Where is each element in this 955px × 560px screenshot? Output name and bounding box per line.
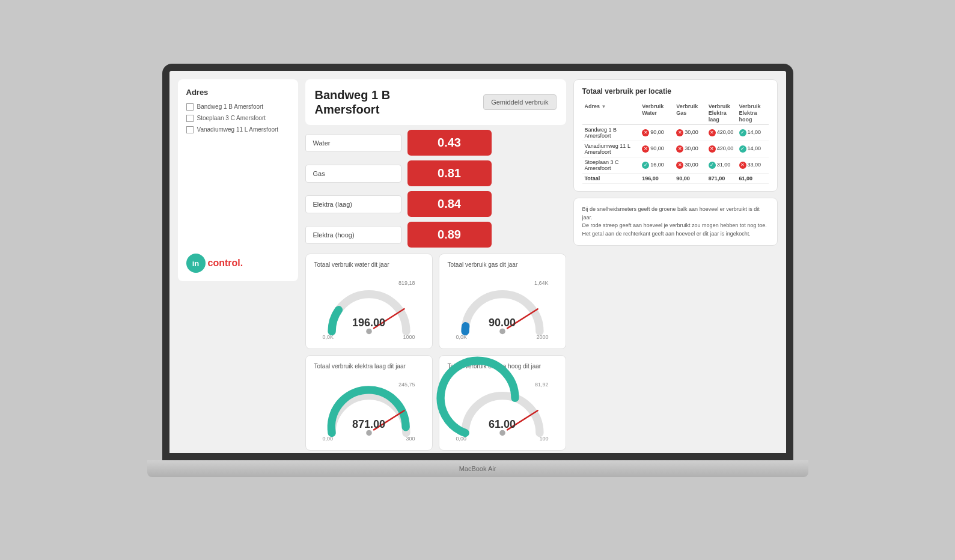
info-text: Bij de snelheidsmeters geeft de groene b…	[582, 205, 769, 238]
table-row: Bandweg 1 B Amersfoort ✕90,00 ✕30,00 ✕42…	[582, 125, 769, 141]
address-item[interactable]: Stoeplaan 3 C Amersfoort	[186, 114, 290, 122]
gauge-min-1: 0,0K	[456, 334, 468, 340]
svg-point-5	[366, 430, 372, 436]
location-header: Bandweg 1 BAmersfoort Gemiddeld verbruik	[305, 79, 566, 125]
address-label: Vanadiumweg 11 L Amersfoort	[197, 126, 279, 133]
table-row: Vanadiumweg 11 L Amersfoort ✕90,00 ✕30,0…	[582, 141, 769, 157]
metric-row: Elektra (laag) 0.84	[305, 191, 566, 217]
svg-point-3	[499, 329, 505, 335]
laptop-wrapper: Adres Bandweg 1 B Amersfoort Stoeplaan 3…	[147, 64, 808, 496]
table-totals-row: Totaal 196,00 90,00 871,00 61,00	[582, 174, 769, 184]
cell-water: ✕90,00	[639, 141, 674, 157]
gauge-title-2: Totaal verbruik elektra laag dit jaar	[314, 363, 424, 370]
address-checkbox[interactable]	[186, 115, 194, 122]
totals-gas: 90,00	[674, 174, 706, 184]
gauges-grid: Totaal verbruik water dit jaar 196.00 0,…	[305, 254, 566, 451]
gauge-card-1: Totaal verbruik gas dit jaar 90.00 0,0K …	[439, 254, 566, 349]
gauge-title-1: Totaal verbruik gas dit jaar	[448, 261, 557, 268]
screen-content: Adres Bandweg 1 B Amersfoort Stoeplaan 3…	[169, 71, 786, 453]
gauge-top-right-3: 81,92	[535, 382, 549, 388]
gauge-top-right-1: 1,64K	[534, 280, 549, 286]
svg-point-7	[499, 430, 505, 436]
cell-water: ✓16,00	[639, 157, 674, 174]
cell-adres: Bandweg 1 B Amersfoort	[582, 125, 640, 141]
metric-value: 0.81	[407, 160, 492, 186]
address-item[interactable]: Bandweg 1 B Amersfoort	[186, 103, 290, 111]
address-item[interactable]: Vanadiumweg 11 L Amersfoort	[186, 126, 290, 133]
gauge-value-0: 196.00	[352, 317, 385, 329]
cell-ehoog: ✓14,00	[737, 125, 769, 141]
cell-gas: ✕30,00	[674, 157, 706, 174]
data-table: Adres ▼ Verbruik Water Verbruik Gas Verb…	[582, 102, 769, 184]
metric-label: Water	[305, 134, 401, 152]
gauge-max-2: 300	[406, 436, 415, 442]
center-panel: Bandweg 1 BAmersfoort Gemiddeld verbruik…	[305, 79, 566, 445]
sidebar-title: Adres	[186, 88, 290, 97]
table-card: Totaal verbruik per locatie Adres ▼ Verb…	[573, 79, 778, 192]
col-elaag: VerbruikElektra laag	[706, 102, 737, 125]
gauge-container-2: 871.00 0,00 300 245,75	[314, 376, 424, 442]
cell-elaag: ✕420,00	[706, 141, 737, 157]
cell-ehoog: ✓14,00	[737, 141, 769, 157]
gauge-card-2: Totaal verbruik elektra laag dit jaar 87…	[305, 355, 433, 451]
laptop-screen: Adres Bandweg 1 B Amersfoort Stoeplaan 3…	[162, 64, 793, 460]
address-checkbox[interactable]	[186, 126, 194, 133]
totals-elaag: 871,00	[706, 174, 737, 184]
laptop-label: MacBook Air	[459, 465, 496, 472]
table-title: Totaal verbruik per locatie	[582, 87, 769, 96]
address-label: Stoeplaan 3 C Amersfoort	[197, 114, 266, 122]
metric-label: Elektra (hoog)	[305, 226, 401, 244]
cell-ehoog: ✕33,00	[737, 157, 769, 174]
top-center: Bandweg 1 BAmersfoort Gemiddeld verbruik…	[305, 79, 566, 248]
gauge-container-1: 90.00 0,0K 2000 1,64K	[448, 274, 557, 340]
gauge-card-3: Totaal verbruik elektra hoog dit jaar 61…	[439, 355, 566, 451]
logo-text: control.	[208, 258, 243, 269]
totals-label: Totaal	[582, 174, 640, 184]
metric-label: Elektra (laag)	[305, 195, 401, 213]
gauge-min-2: 0,00	[323, 436, 334, 442]
gauge-card-0: Totaal verbruik water dit jaar 196.00 0,…	[305, 254, 433, 349]
laptop-base: MacBook Air	[147, 460, 808, 477]
metric-value: 0.84	[407, 191, 492, 217]
gauge-title-0: Totaal verbruik water dit jaar	[314, 261, 424, 268]
col-water: Verbruik Water	[639, 102, 674, 125]
gauge-top-right-0: 819,18	[398, 280, 415, 286]
table-row: Stoeplaan 3 C Amersfoort ✓16,00 ✕30,00 ✓…	[582, 157, 769, 174]
gauge-max-1: 2000	[536, 334, 548, 340]
cell-gas: ✕30,00	[674, 141, 706, 157]
gauge-max-0: 1000	[403, 334, 415, 340]
metric-value: 0.89	[407, 222, 492, 248]
gauge-container-3: 61.00 0,00 100 81,92	[448, 376, 557, 442]
metric-row: Gas 0.81	[305, 160, 566, 186]
address-label: Bandweg 1 B Amersfoort	[197, 103, 264, 111]
location-title: Bandweg 1 BAmersfoort	[315, 88, 474, 117]
metrics-list: Water 0.43Gas 0.81Elektra (laag) 0.84Ele…	[305, 130, 566, 248]
cell-elaag: ✓31,00	[706, 157, 737, 174]
metric-label: Gas	[305, 165, 401, 183]
gauge-min-0: 0,0K	[323, 334, 334, 340]
gauge-min-3: 0,00	[456, 436, 467, 442]
col-ehoog: VerbruikElektra hoog	[737, 102, 769, 125]
gauge-value-3: 61.00	[489, 418, 516, 431]
avg-button[interactable]: Gemiddeld verbruik	[483, 94, 556, 110]
address-list: Bandweg 1 B Amersfoort Stoeplaan 3 C Ame…	[186, 103, 290, 133]
cell-elaag: ✕420,00	[706, 125, 737, 141]
gauge-value-1: 90.00	[489, 317, 516, 329]
col-gas: Verbruik Gas	[674, 102, 706, 125]
metric-row: Water 0.43	[305, 130, 566, 156]
logo-dot: .	[240, 258, 243, 268]
logo-area: in control.	[186, 254, 290, 273]
gauge-top-right-2: 245,75	[398, 382, 415, 388]
right-panel: Totaal verbruik per locatie Adres ▼ Verb…	[573, 79, 778, 445]
totals-water: 196,00	[639, 174, 674, 184]
cell-gas: ✕30,00	[674, 125, 706, 141]
sidebar: Adres Bandweg 1 B Amersfoort Stoeplaan 3…	[178, 79, 298, 281]
cell-adres: Stoeplaan 3 C Amersfoort	[582, 157, 640, 174]
info-card: Bij de snelheidsmeters geeft de groene b…	[573, 198, 778, 246]
gauge-container-0: 196.00 0,0K 1000 819,18	[314, 274, 424, 340]
svg-point-1	[366, 329, 372, 335]
metric-row: Elektra (hoog) 0.89	[305, 222, 566, 248]
cell-adres: Vanadiumweg 11 L Amersfoort	[582, 141, 640, 157]
address-checkbox[interactable]	[186, 103, 194, 111]
col-adres: Adres ▼	[582, 102, 640, 125]
